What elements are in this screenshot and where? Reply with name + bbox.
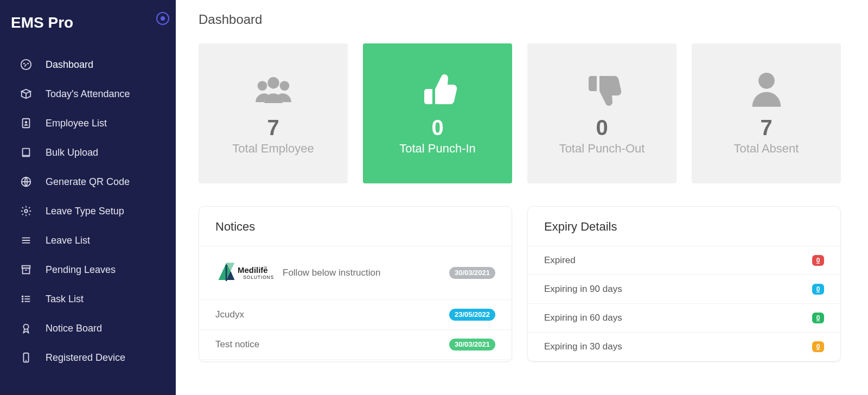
svg-point-1 (23, 63, 25, 65)
person-icon (745, 71, 788, 109)
expiry-count-badge: 0 (812, 255, 824, 266)
sidebar-item-attendance[interactable]: Today's Attendance (0, 79, 176, 109)
expiry-count-badge: 0 (812, 284, 824, 295)
sidebar-collapse-toggle[interactable] (156, 12, 169, 25)
sidebar-item-label: Pending Leaves (46, 264, 116, 276)
expiry-item[interactable]: Expiring in 30 days 0 (528, 333, 840, 361)
card-label: Total Absent (734, 142, 799, 156)
brand-title: EMS Pro (0, 11, 176, 50)
expiry-count-badge: 0 (812, 313, 824, 323)
card-total-punchout[interactable]: 0 Total Punch-Out (527, 43, 676, 183)
sidebar-item-task-list[interactable]: Task List (0, 284, 176, 314)
dashboard-icon (20, 58, 33, 71)
svg-point-12 (22, 298, 23, 300)
card-label: Total Punch-Out (559, 142, 645, 156)
svg-point-18 (279, 81, 289, 91)
sidebar-item-label: Registered Device (46, 352, 125, 364)
main-content: Dashboard 7 Total Employee 0 Total Punch… (176, 0, 868, 395)
sidebar-item-registered-device[interactable]: Registered Device (0, 343, 176, 372)
gear-icon (20, 205, 33, 218)
expiry-label: Expiring in 60 days (544, 313, 622, 323)
card-label: Total Employee (232, 142, 314, 156)
expiry-title: Expiry Details (528, 207, 840, 246)
svg-point-2 (27, 63, 29, 65)
sidebar-item-pending-leaves[interactable]: Pending Leaves (0, 255, 176, 284)
sidebar-item-label: Bulk Upload (46, 147, 98, 158)
svg-rect-3 (24, 64, 27, 67)
sidebar: EMS Pro Dashboard Today's Attendance (0, 0, 176, 395)
box-icon (20, 87, 33, 100)
globe-icon (20, 175, 33, 188)
card-value: 0 (596, 117, 608, 138)
notice-text: Jcudyx (215, 309, 244, 320)
notice-item[interactable]: Medilife ™ SOLUTIONS Follow below instru… (199, 246, 512, 300)
svg-text:™: ™ (264, 266, 267, 270)
svg-point-14 (23, 324, 28, 329)
expiry-item[interactable]: Expiring in 90 days 0 (528, 275, 840, 304)
page-title: Dashboard (199, 12, 841, 27)
sidebar-item-label: Employee List (46, 118, 107, 129)
sidebar-item-leave-list[interactable]: Leave List (0, 226, 176, 255)
notice-left: Medilife ™ SOLUTIONS Follow below instru… (215, 257, 380, 289)
notice-date-pill: 23/05/2022 (449, 309, 495, 321)
notices-title: Notices (199, 207, 512, 246)
target-icon (161, 16, 165, 21)
svg-point-16 (267, 77, 279, 88)
lines-icon (20, 234, 33, 247)
sidebar-item-label: Notice Board (46, 323, 102, 334)
notice-item[interactable]: Jcudyx 23/05/2022 (199, 300, 512, 330)
device-icon (20, 351, 33, 364)
id-card-icon (20, 117, 33, 130)
expiry-label: Expiring in 30 days (544, 341, 622, 352)
expiry-item[interactable]: Expired 0 (528, 246, 840, 275)
expiry-count-badge: 0 (812, 341, 824, 352)
notice-text: Follow below instruction (283, 267, 380, 278)
card-value: 0 (431, 117, 443, 138)
sidebar-item-label: Leave Type Setup (46, 206, 124, 217)
sidebar-item-notice-board[interactable]: Notice Board (0, 314, 176, 343)
card-total-punchin[interactable]: 0 Total Punch-In (363, 43, 512, 183)
sidebar-item-label: Dashboard (46, 59, 93, 71)
sidebar-item-dashboard[interactable]: Dashboard (0, 50, 176, 79)
card-value: 7 (267, 117, 279, 138)
svg-point-8 (24, 209, 28, 213)
notices-panel: Notices Medilife (199, 206, 512, 362)
sidebar-item-label: Today's Attendance (46, 88, 130, 100)
sidebar-item-label: Leave List (46, 235, 90, 246)
card-total-employee[interactable]: 7 Total Employee (199, 43, 348, 183)
svg-rect-10 (23, 268, 30, 273)
svg-point-13 (22, 301, 23, 302)
thumbs-up-icon (416, 71, 459, 109)
svg-point-19 (758, 73, 775, 89)
card-value: 7 (760, 117, 772, 138)
svg-rect-20 (226, 265, 227, 281)
medilife-logo: Medilife ™ SOLUTIONS (215, 257, 276, 289)
notice-item[interactable]: Test notice 30/03/2021 (199, 330, 512, 360)
svg-point-17 (257, 81, 267, 91)
sidebar-item-generate-qr[interactable]: Generate QR Code (0, 167, 176, 196)
svg-text:SOLUTIONS: SOLUTIONS (243, 275, 274, 280)
sidebar-item-label: Task List (46, 294, 84, 305)
expiry-item[interactable]: Expiring in 60 days 0 (528, 304, 840, 333)
sidebar-item-bulk-upload[interactable]: Bulk Upload (0, 138, 176, 167)
expiry-label: Expired (544, 255, 576, 266)
book-icon (20, 146, 33, 159)
sidebar-menu: Dashboard Today's Attendance Employee Li… (0, 50, 176, 372)
sidebar-item-leave-type[interactable]: Leave Type Setup (0, 196, 176, 226)
panels: Notices Medilife (199, 206, 841, 362)
sidebar-item-employee-list[interactable]: Employee List (0, 109, 176, 138)
notice-date-pill: 30/03/2021 (449, 339, 495, 351)
sidebar-item-label: Generate QR Code (46, 176, 130, 188)
thumbs-down-icon (580, 71, 624, 109)
notice-text: Test notice (215, 339, 259, 350)
stat-cards: 7 Total Employee 0 Total Punch-In 0 Tota… (199, 43, 841, 183)
award-icon (20, 322, 33, 335)
svg-point-5 (25, 121, 28, 124)
card-total-absent[interactable]: 7 Total Absent (692, 43, 841, 183)
expiry-panel: Expiry Details Expired 0 Expiring in 90 … (527, 206, 841, 362)
card-label: Total Punch-In (399, 142, 476, 156)
users-icon (252, 71, 295, 109)
archive-icon (20, 263, 33, 276)
svg-point-11 (22, 296, 23, 297)
list-icon (20, 292, 33, 305)
